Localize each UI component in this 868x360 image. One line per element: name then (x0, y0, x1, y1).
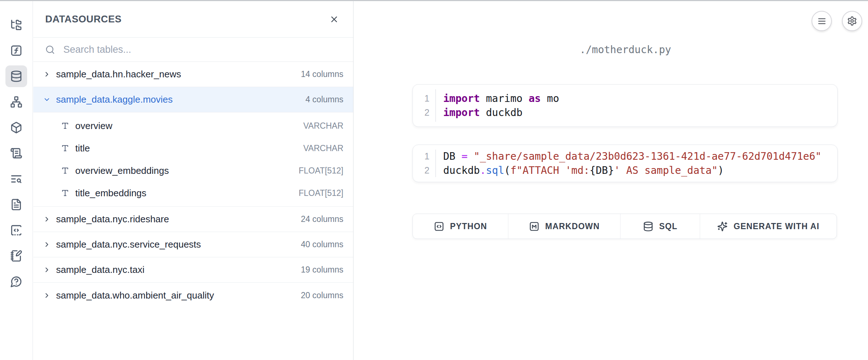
generate-with-ai-button[interactable]: GENERATE WITH AI (700, 214, 837, 239)
function-square-icon (10, 44, 22, 57)
table-row-ambient-air-quality[interactable]: sample_data.who.ambient_air_quality 20 c… (33, 283, 353, 308)
package-icon (10, 121, 22, 134)
chevron-down-icon (43, 96, 51, 103)
chevron-right-icon (43, 292, 51, 299)
line-number: 2 (424, 106, 429, 120)
code-editor[interactable]: DB = "_share/sample_data/23b0d623-1361-4… (436, 145, 837, 182)
line-number: 1 (424, 91, 429, 106)
sidebar-item-scratchpad[interactable] (5, 245, 27, 267)
column-row-title[interactable]: title VARCHAR (33, 137, 353, 159)
column-name: overview_embeddings (75, 165, 169, 176)
code-line: DB = "_share/sample_data/23b0d623-1361-4… (443, 149, 837, 163)
chevron-right-icon (43, 266, 51, 274)
column-type: FLOAT[512] (298, 166, 343, 176)
scratchpad-notebook-icon (10, 250, 22, 262)
code-line: import marimo as mo (443, 91, 837, 106)
help-chat-icon (10, 275, 22, 288)
activity-bar (0, 1, 33, 360)
sidebar-item-snippets[interactable] (5, 219, 27, 241)
column-name: overview (75, 120, 113, 132)
text-search-icon (10, 173, 22, 185)
close-panel-button[interactable] (327, 12, 341, 26)
column-name: title_embeddings (75, 188, 147, 199)
notebook-area: ./motherduck.py 1 2 import marimo as mo … (354, 1, 868, 360)
sidebar-item-dependencies[interactable] (5, 91, 27, 113)
table-name: sample_data.nyc.service_requests (56, 239, 201, 250)
table-row-kaggle-movies[interactable]: sample_data.kaggle.movies 4 columns (33, 87, 353, 112)
search-input[interactable] (63, 44, 341, 56)
code-line: import duckdb (443, 106, 837, 120)
table-name: sample_data.nyc.taxi (56, 264, 144, 275)
notebook-filename[interactable]: ./motherduck.py (412, 44, 838, 56)
add-button-label: PYTHON (450, 222, 487, 231)
file-tree-icon (10, 19, 22, 31)
type-text-icon (61, 189, 69, 197)
panel-header: DATASOURCES (33, 1, 353, 38)
add-cell-bar: PYTHON MARKDOWN SQL GENERATE WITH AI (412, 214, 837, 239)
add-button-label: GENERATE WITH AI (733, 222, 819, 231)
table-column-count: 20 columns (301, 291, 343, 300)
line-number-gutter: 1 2 (413, 145, 435, 182)
add-button-label: MARKDOWN (545, 222, 600, 231)
sidebar-item-datasources[interactable] (5, 65, 27, 87)
sparkles-icon (717, 221, 728, 232)
sidebar-item-outline-search[interactable] (5, 168, 27, 190)
snippets-code-icon (10, 224, 22, 236)
datasources-panel: DATASOURCES sample_data.hn.hacker_news 1… (33, 1, 353, 360)
table-column-count: 40 columns (301, 240, 343, 249)
column-row-overview-embeddings[interactable]: overview_embeddings FLOAT[512] (33, 159, 353, 182)
column-type: VARCHAR (303, 143, 343, 153)
line-number-gutter: 1 2 (413, 85, 435, 127)
column-row-title-embeddings[interactable]: title_embeddings FLOAT[512] (33, 182, 353, 204)
line-number: 1 (424, 149, 429, 163)
column-row-overview[interactable]: overview VARCHAR (33, 115, 353, 137)
chevron-right-icon (43, 241, 51, 248)
type-text-icon (61, 167, 69, 175)
expanded-columns: overview VARCHAR title VARCHAR overview_… (33, 112, 353, 207)
sidebar-item-variables[interactable] (5, 40, 27, 61)
table-row-service-requests[interactable]: sample_data.nyc.service_requests 40 colu… (33, 232, 353, 257)
table-row-rideshare[interactable]: sample_data.nyc.rideshare 24 columns (33, 207, 353, 232)
table-row-taxi[interactable]: sample_data.nyc.taxi 19 columns (33, 257, 353, 283)
column-type: VARCHAR (303, 121, 343, 131)
code-square-icon (434, 221, 444, 232)
code-line: duckdb.sql(f"ATTACH 'md:{DB}' AS sample_… (443, 163, 837, 177)
code-cell-imports[interactable]: 1 2 import marimo as mo import duckdb (412, 84, 838, 127)
add-sql-cell-button[interactable]: SQL (621, 214, 700, 239)
table-column-count: 14 columns (301, 69, 343, 79)
notebook-menu-button[interactable] (812, 11, 832, 31)
type-text-icon (61, 144, 69, 152)
search-bar (33, 38, 353, 62)
database-icon (10, 70, 22, 82)
add-markdown-cell-button[interactable]: MARKDOWN (508, 214, 621, 239)
panel-title: DATASOURCES (45, 14, 122, 25)
column-name: title (75, 143, 90, 154)
sidebar-item-packages[interactable] (5, 117, 27, 138)
markdown-square-icon (529, 221, 539, 232)
sidebar-item-help[interactable] (5, 271, 27, 292)
chevron-right-icon (43, 70, 51, 78)
chevron-right-icon (43, 215, 51, 223)
line-number: 2 (424, 163, 429, 177)
table-name: sample_data.kaggle.movies (56, 94, 173, 105)
code-editor[interactable]: import marimo as mo import duckdb (436, 85, 837, 127)
database-icon (643, 221, 653, 232)
column-type: FLOAT[512] (298, 188, 343, 198)
table-column-count: 19 columns (301, 265, 343, 275)
code-cell-attach-db[interactable]: 1 2 DB = "_share/sample_data/23b0d623-13… (412, 145, 838, 182)
sidebar-item-file-tree[interactable] (5, 14, 27, 36)
sidebar-item-logs[interactable] (5, 142, 27, 164)
table-column-count: 4 columns (305, 95, 343, 104)
menu-icon (817, 16, 827, 26)
search-icon (45, 45, 55, 55)
scroll-logs-icon (10, 147, 22, 159)
settings-button[interactable] (842, 11, 862, 31)
sidebar-item-documentation[interactable] (5, 194, 27, 215)
add-python-cell-button[interactable]: PYTHON (413, 214, 508, 239)
table-name: sample_data.who.ambient_air_quality (56, 290, 214, 301)
table-list: sample_data.hn.hacker_news 14 columns sa… (33, 62, 353, 360)
close-icon (329, 14, 339, 24)
file-document-icon (10, 198, 22, 211)
type-text-icon (61, 122, 69, 130)
table-row-hacker-news[interactable]: sample_data.hn.hacker_news 14 columns (33, 62, 353, 87)
